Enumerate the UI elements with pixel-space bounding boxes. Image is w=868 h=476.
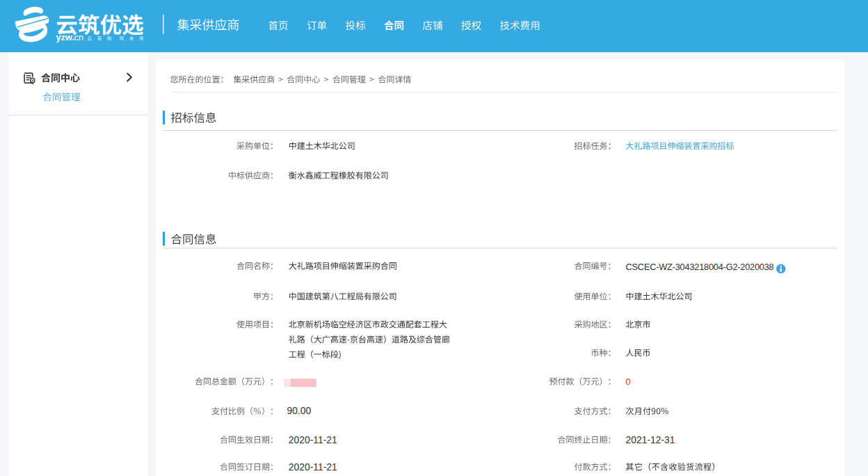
svg-text:2020-11-21: 2020-11-21 — [289, 461, 337, 473]
svg-text:2021-12-31: 2021-12-31 — [626, 434, 675, 445]
svg-text:2020-11-21: 2020-11-21 — [289, 434, 337, 445]
svg-text:cn: cn — [74, 32, 84, 42]
svg-text:yzw.: yzw. — [56, 32, 75, 42]
svg-text:90.00: 90.00 — [287, 405, 312, 416]
svg-text:CSCEC-WZ-3043218004-G2-2020038: CSCEC-WZ-3043218004-G2-2020038 — [626, 262, 774, 272]
svg-text:0: 0 — [626, 376, 631, 387]
